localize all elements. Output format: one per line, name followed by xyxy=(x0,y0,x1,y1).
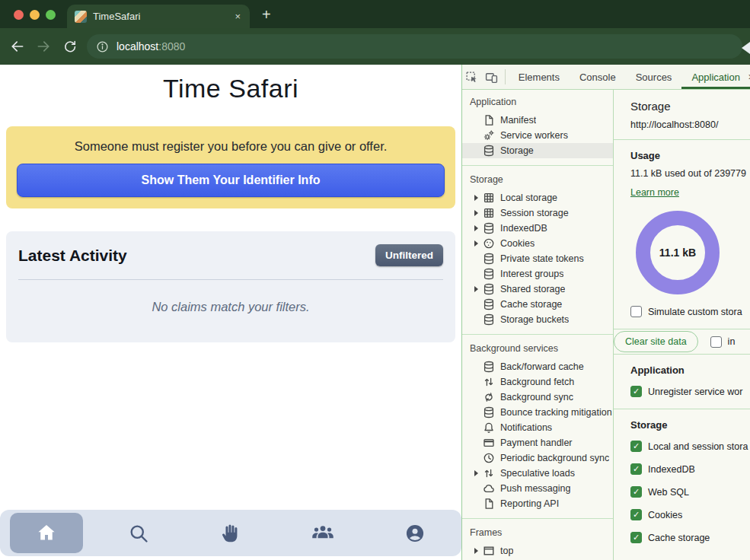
web-page: Time Safari Someone must register you be… xyxy=(0,65,461,560)
forward-arrow-icon xyxy=(36,39,51,54)
tree-item-background-sync[interactable]: Background sync xyxy=(462,390,613,405)
devtools-sidebar: Application Manifest Service workers xyxy=(462,90,614,560)
tree-item-storage-buckets[interactable]: Storage buckets xyxy=(462,312,613,327)
learn-more-link[interactable]: Learn more xyxy=(630,187,679,198)
nav-contacts[interactable] xyxy=(277,510,369,556)
database-icon xyxy=(483,145,495,157)
new-tab-button[interactable]: + xyxy=(262,6,271,24)
tree-item-speculative-loads[interactable]: Speculative loads xyxy=(462,466,613,481)
application-heading: Application xyxy=(630,364,750,376)
search-icon xyxy=(128,523,149,544)
web-sql-checkbox[interactable] xyxy=(630,486,642,498)
local-session-storage-row: Local and session stora xyxy=(630,441,750,452)
tree-item-payment-handler[interactable]: Payment handler xyxy=(462,435,613,450)
nav-home[interactable] xyxy=(0,510,92,556)
people-icon xyxy=(311,522,334,545)
close-window-button[interactable] xyxy=(14,10,24,20)
tree-item-session-storage[interactable]: Session storage xyxy=(462,205,613,221)
reload-button[interactable] xyxy=(56,33,82,59)
expand-arrow-icon[interactable] xyxy=(474,240,483,247)
expand-arrow-icon[interactable] xyxy=(474,225,483,231)
mouse-cursor xyxy=(742,42,750,54)
cache-storage-checkbox[interactable] xyxy=(630,532,642,543)
forward-button[interactable] xyxy=(30,33,56,59)
tree-item-shared-storage[interactable]: Shared storage xyxy=(462,282,613,297)
pane-origin: http://localhost:8080/ xyxy=(630,119,750,130)
favicon-icon xyxy=(75,11,87,23)
database-icon xyxy=(483,361,495,373)
tree-item-background-fetch[interactable]: Background fetch xyxy=(462,374,613,390)
include-cookies-row: in xyxy=(710,336,736,348)
tab-application[interactable]: Application xyxy=(681,65,750,89)
include-cookies-label: in xyxy=(728,336,736,347)
nav-search[interactable] xyxy=(92,510,184,556)
close-tab-icon[interactable]: × xyxy=(233,11,242,22)
web-sql-row: Web SQL xyxy=(630,486,750,498)
tree-item-periodic-background-sync[interactable]: Periodic background sync xyxy=(462,450,613,466)
simulate-storage-checkbox[interactable] xyxy=(630,306,642,317)
application-block: Application Unregister service wor xyxy=(614,354,750,409)
expand-arrow-icon[interactable] xyxy=(474,210,483,216)
unfiltered-button[interactable]: Unfiltered xyxy=(375,244,443,266)
divider xyxy=(18,279,443,280)
tree-item-reporting-api[interactable]: Reporting API xyxy=(462,496,613,511)
tree-item-notifications[interactable]: Notifications xyxy=(462,420,613,435)
divider xyxy=(505,69,506,84)
tree-item-push-messaging[interactable]: Push messaging xyxy=(462,481,613,496)
address-bar[interactable]: localhost:8080 xyxy=(87,34,742,59)
expand-arrow-icon[interactable] xyxy=(474,548,483,554)
cache-storage-row: Cache storage xyxy=(630,532,750,543)
tab-elements[interactable]: Elements xyxy=(509,65,570,89)
browser-window: TimeSafari × + localhost:8080 Time Safar… xyxy=(0,0,750,560)
simulate-storage-row: Simulate custom stora xyxy=(630,306,750,317)
tab-console[interactable]: Console xyxy=(570,65,626,89)
tree-item-bounce-tracking-mitigation[interactable]: Bounce tracking mitigation xyxy=(462,405,613,420)
tree-item-service-workers[interactable]: Service workers xyxy=(462,128,613,143)
tree-item-cache-storage[interactable]: Cache storage xyxy=(462,297,613,312)
sidebar-section-background-services: Background services Back/forward cache B… xyxy=(462,335,613,519)
home-icon xyxy=(35,522,58,545)
tree-item-storage[interactable]: Storage xyxy=(462,143,613,158)
tree-item-private-state-tokens[interactable]: Private state tokens xyxy=(462,251,613,266)
window-controls xyxy=(14,10,56,20)
indexeddb-checkbox[interactable] xyxy=(630,463,642,475)
tab-title: TimeSafari xyxy=(93,11,227,22)
cookies-label: Cookies xyxy=(648,510,682,520)
nav-profile[interactable] xyxy=(369,510,461,556)
cookies-checkbox[interactable] xyxy=(630,509,642,520)
expand-arrow-icon[interactable] xyxy=(474,286,483,292)
registration-alert: Someone must register you before you can… xyxy=(6,126,455,208)
inspect-element-button[interactable] xyxy=(462,65,482,89)
tree-item-back-forward-cache[interactable]: Back/forward cache xyxy=(462,359,613,374)
show-identifier-info-button[interactable]: Show Them Your Identifier Info xyxy=(17,164,445,197)
minimize-window-button[interactable] xyxy=(30,10,40,20)
section-header: Storage xyxy=(462,166,613,190)
nav-offers[interactable] xyxy=(184,510,276,556)
clear-site-data-button[interactable]: Clear site data xyxy=(614,331,698,352)
expand-arrow-icon[interactable] xyxy=(474,195,483,201)
local-session-storage-checkbox[interactable] xyxy=(630,441,642,452)
browser-tab[interactable]: TimeSafari × xyxy=(67,5,250,28)
tree-item-interest-groups[interactable]: Interest groups xyxy=(462,266,613,282)
expand-arrow-icon[interactable] xyxy=(474,470,483,476)
web-sql-label: Web SQL xyxy=(648,487,689,498)
unregister-service-workers-checkbox[interactable] xyxy=(630,386,642,397)
storage-usage-donut: 11.1 kB xyxy=(636,211,720,294)
database-icon xyxy=(483,222,495,234)
back-button[interactable] xyxy=(5,33,30,59)
page-title: Time Safari xyxy=(0,74,461,103)
device-toolbar-button[interactable] xyxy=(482,65,502,89)
include-cookies-checkbox[interactable] xyxy=(710,336,722,348)
tree-item-top-frame[interactable]: top xyxy=(462,543,613,558)
maximize-window-button[interactable] xyxy=(46,10,56,20)
tab-sources[interactable]: Sources xyxy=(626,65,682,89)
tree-item-manifest[interactable]: Manifest xyxy=(462,113,613,128)
hand-icon xyxy=(220,523,241,544)
table-icon xyxy=(483,207,495,219)
tree-item-local-storage[interactable]: Local storage xyxy=(462,190,613,205)
clock-icon xyxy=(483,452,495,464)
tree-item-indexeddb[interactable]: IndexedDB xyxy=(462,221,613,236)
tree-item-cookies[interactable]: Cookies xyxy=(462,236,613,251)
latest-activity-card: Latest Activity Unfiltered No claims mat… xyxy=(6,231,455,342)
cloud-icon xyxy=(483,482,495,495)
